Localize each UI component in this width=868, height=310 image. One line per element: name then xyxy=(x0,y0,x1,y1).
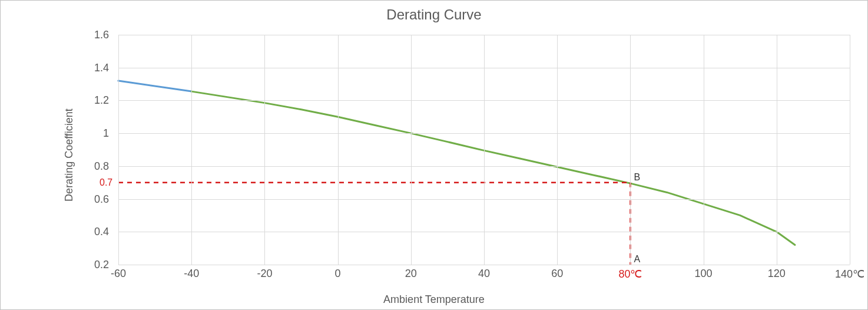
x-tick-label: -40 xyxy=(184,268,199,280)
x-tick-label: -20 xyxy=(257,268,272,280)
gridline-v xyxy=(704,35,704,265)
gridline-v xyxy=(777,35,777,265)
x-tick-label: -60 xyxy=(111,268,126,280)
gridline-v xyxy=(484,35,485,265)
y-tick-label: 1.4 xyxy=(1,61,112,74)
gridline-v xyxy=(630,35,631,265)
y-tick-label: 1 xyxy=(1,127,112,140)
gridline-v xyxy=(850,35,850,265)
x-tick-label: 120 xyxy=(768,268,786,280)
chart-frame: Derating Curve Derating Coefficient Ambi… xyxy=(0,0,868,310)
gridline-v xyxy=(191,35,192,265)
point-label-a: A xyxy=(634,254,640,265)
gridline-v xyxy=(411,35,412,265)
marker-y-label: 0.7 xyxy=(100,177,112,188)
x-axis-label: Ambient Temperature xyxy=(1,293,867,306)
series-derating-curve xyxy=(191,91,795,245)
gridline-h xyxy=(118,265,850,265)
x-tick-label: 40 xyxy=(478,268,490,280)
gridline-v xyxy=(264,35,265,265)
chart-title: Derating Curve xyxy=(1,6,867,23)
y-tick-label: 0.2 xyxy=(1,259,112,271)
x-tick-label: 100 xyxy=(695,268,713,280)
y-tick-label: 0.4 xyxy=(1,226,112,238)
marker-x-label: 80℃ xyxy=(618,268,642,281)
y-tick-label: 1.6 xyxy=(1,29,112,41)
gridline-v xyxy=(338,35,339,265)
gridline-v xyxy=(118,35,119,265)
x-tick-label: 60 xyxy=(551,268,563,280)
y-tick-label: 0.6 xyxy=(1,193,112,205)
series-extended-low-temp xyxy=(118,81,191,91)
point-label-b: B xyxy=(634,172,640,183)
y-tick-label: 0.8 xyxy=(1,160,112,172)
y-tick-label: 1.2 xyxy=(1,94,112,107)
x-tick-label: 140℃ xyxy=(835,268,864,281)
y-axis-label: Derating Coefficient xyxy=(63,108,75,202)
plot-area: 0.20.40.60.811.21.41.6-60-40-20020406010… xyxy=(118,35,850,265)
x-tick-label: 20 xyxy=(405,268,417,280)
x-tick-label: 0 xyxy=(335,268,341,280)
gridline-v xyxy=(557,35,558,265)
